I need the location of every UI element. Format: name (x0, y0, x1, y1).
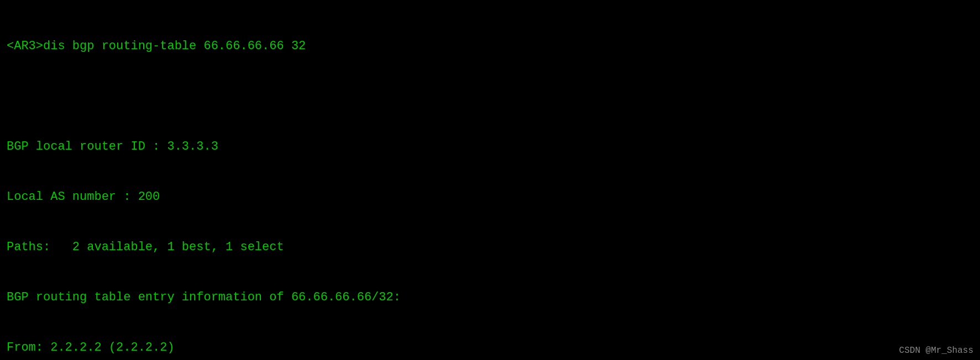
command-line: <AR3>dis bgp routing-table 66.66.66.66 3… (7, 38, 973, 55)
line-from-1: From: 2.2.2.2 (2.2.2.2) (7, 340, 973, 356)
line-paths: Paths: 2 available, 1 best, 1 select (7, 239, 973, 256)
terminal-output: <AR3>dis bgp routing-table 66.66.66.66 3… (7, 4, 973, 360)
line-entry-info-1: BGP routing table entry information of 6… (7, 289, 973, 306)
line-as-number: Local AS number : 200 (7, 189, 973, 205)
line-router-id: BGP local router ID : 3.3.3.3 (7, 139, 973, 155)
blank-line-1 (7, 88, 973, 105)
watermark: CSDN @Mr_Shass (899, 345, 973, 357)
